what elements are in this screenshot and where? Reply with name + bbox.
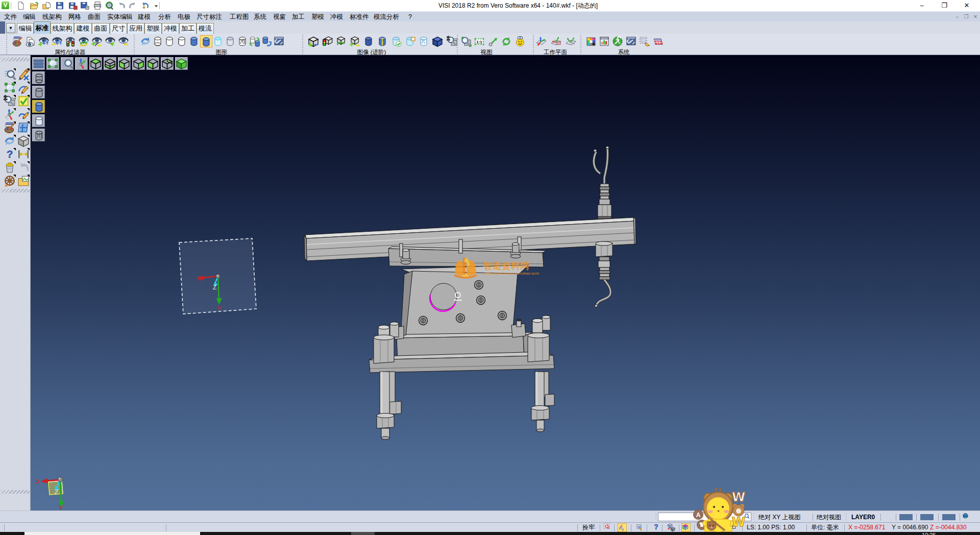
menu-3[interactable]: 线架构 — [42, 12, 62, 22]
menu-1[interactable]: 文件 — [4, 12, 17, 22]
swap-graphics-button[interactable] — [248, 35, 260, 47]
zoom-extent-button[interactable] — [487, 35, 499, 47]
status-swatch-3[interactable] — [942, 514, 955, 520]
regenerate-button[interactable] — [4, 135, 16, 147]
view-bottom-button[interactable] — [104, 57, 116, 70]
zoom-one-to-one-button[interactable]: 1:1 — [473, 35, 485, 47]
menu-12[interactable]: 系统 — [254, 12, 266, 22]
solid-image-button[interactable] — [362, 35, 375, 47]
view-back-button[interactable] — [161, 57, 174, 70]
zoom-fit-button[interactable] — [460, 35, 472, 47]
menu-14[interactable]: 加工 — [292, 12, 305, 22]
regen-graphics-button[interactable] — [139, 35, 152, 47]
tab-曲面[interactable]: 曲面 — [92, 23, 110, 34]
shade-wire-render-button[interactable] — [32, 129, 45, 141]
attribute-edit-button[interactable] — [4, 121, 16, 134]
view-isometric-button[interactable] — [175, 57, 188, 70]
selection-options-button[interactable] — [638, 35, 650, 47]
view-face-button[interactable] — [514, 35, 526, 47]
viewport-3d[interactable]: XYZ智造资料网INTELLIGENT MANUFACTURING DATAXY… — [31, 55, 980, 510]
image-add-remove-button[interactable] — [349, 35, 361, 47]
wireframe-mode-button[interactable] — [152, 35, 164, 47]
taskbar-app[interactable] — [24, 532, 200, 535]
insert-cube-button[interactable] — [666, 523, 675, 532]
zoom-window-view-button[interactable] — [46, 57, 59, 70]
striped-image-button[interactable] — [376, 35, 388, 47]
undo-gray-button[interactable] — [17, 161, 30, 174]
menu-19[interactable]: ? — [408, 12, 412, 22]
status-swatch-2[interactable] — [920, 514, 934, 520]
view-front-button[interactable] — [118, 57, 131, 70]
copy-graphics-button[interactable] — [260, 35, 273, 47]
graphics-settings-button[interactable] — [273, 35, 285, 47]
window-grid-button[interactable] — [17, 121, 30, 134]
image-refresh-button[interactable] — [335, 35, 347, 47]
menu-16[interactable]: 冲模 — [330, 12, 343, 22]
tab-建模[interactable]: 建模 — [74, 23, 92, 34]
validate-image-button[interactable] — [390, 35, 402, 47]
erase-entity-button[interactable] — [17, 68, 30, 81]
clip-image-button[interactable] — [404, 35, 416, 47]
visibility-refresh-button[interactable] — [78, 35, 90, 47]
shade-shaded-button[interactable] — [32, 100, 45, 113]
toolbar-drag-handle[interactable] — [1, 58, 30, 61]
edit-curve-button[interactable] — [17, 82, 30, 94]
standard-parts-button[interactable]: 10 — [635, 523, 645, 532]
close-button[interactable]: ✕ — [959, 0, 974, 11]
shade-hidden-line-button[interactable] — [32, 86, 45, 99]
toolbar-drag-handle[interactable] — [1, 189, 30, 192]
confirm-selection-button[interactable] — [17, 95, 30, 107]
menu-7[interactable]: 建模 — [138, 12, 151, 22]
menu-4[interactable]: 网格 — [68, 12, 81, 22]
workplane-set-button[interactable] — [535, 35, 547, 47]
zoom-dynamic-view-button[interactable] — [61, 57, 74, 70]
mdi-restore-button[interactable]: ❐ — [963, 14, 970, 20]
menu-17[interactable]: 标准件 — [350, 12, 369, 22]
show-add-remove-button[interactable] — [91, 35, 103, 47]
open-document-button[interactable] — [41, 1, 52, 10]
new-document-button[interactable] — [15, 1, 27, 10]
solid-box-button[interactable] — [17, 135, 30, 147]
shade-translucent-button[interactable] — [32, 114, 45, 127]
select-highlight-button[interactable] — [618, 523, 627, 532]
taskbar-app[interactable] — [351, 532, 375, 535]
navigate-wheel-button[interactable] — [4, 175, 16, 187]
menu-10[interactable]: 尺寸标注 — [197, 12, 222, 22]
measure-distance-button[interactable] — [17, 148, 30, 160]
view-right-button[interactable] — [132, 57, 145, 70]
image-traffic-button[interactable] — [321, 35, 333, 47]
menu-5[interactable]: 曲面 — [88, 12, 101, 22]
refresh-view-button[interactable] — [500, 35, 512, 47]
menu-11[interactable]: 工程图 — [230, 12, 249, 22]
wire-shade-mode-button[interactable] — [236, 35, 249, 47]
system-settings-button[interactable] — [611, 35, 624, 47]
tab-编辑[interactable]: 编辑 — [17, 23, 34, 34]
help-button[interactable]: ? — [4, 148, 16, 160]
open-button[interactable] — [29, 1, 40, 10]
screen-settings-button[interactable] — [625, 35, 637, 47]
shaded-edges-mode-button[interactable] — [200, 35, 212, 47]
show-all-button[interactable] — [104, 35, 116, 47]
filter-document-button[interactable] — [24, 35, 37, 47]
wire-image-button[interactable] — [418, 35, 430, 47]
tab-冲模[interactable]: 冲模 — [162, 23, 179, 34]
windows-taskbar[interactable]: 10:25 — [0, 532, 980, 535]
capture-image-button[interactable] — [17, 175, 30, 187]
menu-13[interactable]: 视窗 — [273, 12, 286, 22]
view-top-button[interactable] — [89, 57, 102, 70]
minimize-button[interactable]: – — [914, 0, 929, 11]
system-report-button[interactable] — [598, 35, 610, 47]
globe-icon[interactable] — [963, 513, 971, 521]
system-colors-button[interactable] — [585, 35, 597, 47]
workplane-align-button[interactable] — [550, 35, 562, 47]
show-add-button[interactable] — [38, 35, 50, 47]
delete-button[interactable] — [4, 161, 16, 174]
tab-menu-button[interactable]: ▼ — [6, 23, 15, 33]
mdi-minimize-button[interactable]: – — [953, 14, 961, 20]
toolbar-drag-handle[interactable] — [1, 490, 30, 494]
spline-edit-button[interactable] — [17, 108, 30, 120]
view-list-button[interactable] — [32, 57, 45, 70]
context-help-button[interactable]: ? — [651, 523, 660, 532]
zoom-dynamic-button[interactable] — [4, 68, 16, 81]
menu-8[interactable]: 分析 — [158, 12, 171, 22]
